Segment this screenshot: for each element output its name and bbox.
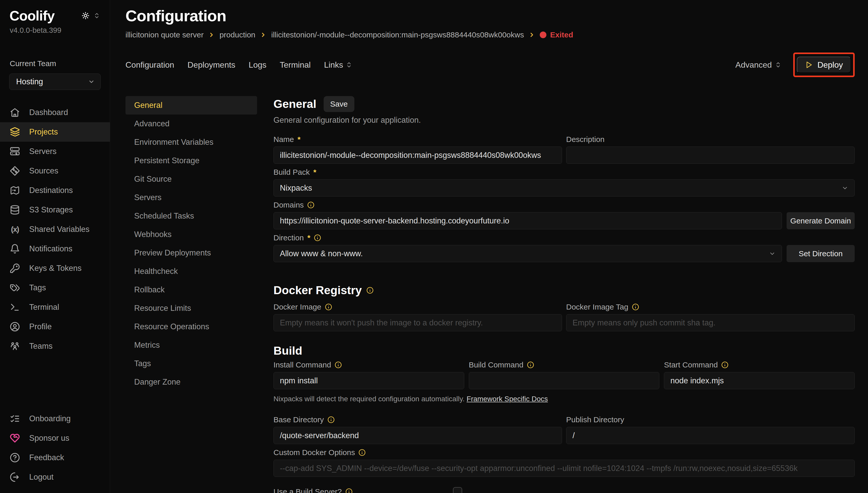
- sidebar-item-notifications[interactable]: Notifications: [0, 239, 110, 259]
- subnav-item-git-source[interactable]: Git Source: [125, 170, 257, 188]
- domains-input[interactable]: [273, 212, 782, 229]
- team-select-value: Hosting: [16, 77, 43, 86]
- sidebar-item-projects[interactable]: Projects: [0, 122, 110, 142]
- description-input[interactable]: [566, 147, 855, 164]
- framework-docs-link[interactable]: Framework Specific Docs: [466, 395, 548, 403]
- info-icon: [527, 361, 534, 368]
- play-icon: [805, 61, 813, 69]
- description-label: Description: [566, 134, 855, 144]
- subnav-item-webhooks[interactable]: Webhooks: [125, 225, 257, 244]
- build-pack-value: Nixpacks: [280, 184, 312, 193]
- tab-deployments[interactable]: Deployments: [187, 60, 235, 70]
- custom-docker-options-input[interactable]: [273, 460, 855, 477]
- sidebar-item-shared-variables[interactable]: (x) Shared Variables: [0, 220, 110, 239]
- sidebar-item-s3-storages[interactable]: S3 Storages: [0, 200, 110, 220]
- breadcrumb-environment[interactable]: production: [220, 30, 255, 39]
- start-command-input[interactable]: [664, 372, 855, 389]
- sidebar-item-profile[interactable]: Profile: [0, 317, 110, 337]
- sidebar-item-label: S3 Storages: [29, 205, 73, 214]
- theme-switcher[interactable]: [82, 12, 100, 20]
- sidebar-item-sponsor-us[interactable]: Sponsor us: [0, 428, 110, 448]
- publish-directory-input[interactable]: [566, 427, 855, 444]
- name-label: Name*: [273, 134, 562, 144]
- users-icon: [10, 341, 20, 351]
- breadcrumb-project[interactable]: illicitonion quote server: [125, 30, 204, 39]
- subnav-item-scheduled-tasks[interactable]: Scheduled Tasks: [125, 207, 257, 225]
- docker-image-tag-input[interactable]: [566, 314, 855, 331]
- variables-icon: (x): [10, 225, 20, 234]
- sidebar-item-feedback[interactable]: Feedback: [0, 448, 110, 467]
- sidebar-item-destinations[interactable]: Destinations: [0, 181, 110, 200]
- sidebar-item-label: Shared Variables: [29, 225, 90, 234]
- status-dot-icon: [540, 31, 546, 38]
- build-command-input[interactable]: [469, 372, 660, 389]
- team-select[interactable]: Hosting: [9, 73, 100, 90]
- breadcrumb: illicitonion quote server production ill…: [125, 30, 855, 39]
- subnav-item-resource-limits[interactable]: Resource Limits: [125, 299, 257, 318]
- subnav-item-general[interactable]: General: [125, 96, 257, 114]
- install-command-input[interactable]: [273, 372, 464, 389]
- subnav-item-healthcheck[interactable]: Healthcheck: [125, 262, 257, 281]
- info-icon: [721, 361, 728, 368]
- set-direction-button[interactable]: Set Direction: [786, 245, 855, 262]
- subnav-item-resource-operations[interactable]: Resource Operations: [125, 318, 257, 336]
- subnav-item-advanced[interactable]: Advanced: [125, 114, 257, 133]
- sidebar-item-onboarding[interactable]: Onboarding: [0, 409, 110, 428]
- info-icon: [359, 449, 366, 456]
- subnav-item-persistent-storage[interactable]: Persistent Storage: [125, 151, 257, 170]
- deploy-button[interactable]: Deploy: [797, 57, 851, 73]
- sidebar-item-logout[interactable]: Logout: [0, 467, 110, 487]
- breadcrumb-application[interactable]: illicitestonion/-module--decomposition:m…: [271, 30, 524, 39]
- general-subtitle: General configuration for your applicati…: [273, 115, 855, 125]
- direction-label: Direction*: [273, 233, 782, 243]
- help-icon: [10, 452, 20, 463]
- home-icon: [10, 107, 20, 117]
- app-logo: Coolify: [9, 8, 54, 24]
- required-mark: *: [307, 233, 310, 242]
- subnav-item-environment-variables[interactable]: Environment Variables: [125, 133, 257, 151]
- chevron-right-icon: [260, 31, 267, 38]
- direction-select[interactable]: Allow www & non-www.: [273, 245, 782, 262]
- base-directory-input[interactable]: [273, 427, 562, 444]
- subnav-item-danger-zone[interactable]: Danger Zone: [125, 373, 257, 391]
- subnav-item-servers[interactable]: Servers: [125, 188, 257, 207]
- info-icon: [345, 488, 352, 493]
- subnav-item-tags[interactable]: Tags: [125, 355, 257, 373]
- subnav-item-rollback[interactable]: Rollback: [125, 281, 257, 299]
- docker-image-input[interactable]: [273, 314, 562, 331]
- tabbar: Configuration Deployments Logs Terminal …: [125, 52, 855, 77]
- tab-links[interactable]: Links: [324, 60, 352, 70]
- sidebar-item-dashboard[interactable]: Dashboard: [0, 103, 110, 122]
- name-input[interactable]: [273, 147, 562, 164]
- sidebar-item-tags[interactable]: Tags: [0, 278, 110, 298]
- publish-directory-label: Publish Directory: [566, 415, 855, 425]
- app-version: v4.0.0-beta.399: [0, 26, 110, 35]
- tab-terminal[interactable]: Terminal: [280, 60, 311, 70]
- tab-logs[interactable]: Logs: [249, 60, 266, 70]
- status-badge: Exited: [540, 30, 573, 39]
- chevron-down-icon: [842, 185, 848, 191]
- generate-domain-button[interactable]: Generate Domain: [786, 212, 855, 229]
- sidebar-item-label: Terminal: [29, 303, 59, 312]
- deploy-button-wrap: Deploy: [793, 52, 855, 77]
- subnav-item-metrics[interactable]: Metrics: [125, 336, 257, 355]
- build-server-label: Use a Build Server?: [273, 487, 352, 493]
- sidebar-footer: Onboarding Sponsor us Feedback Logout: [0, 409, 110, 493]
- sidebar-item-teams[interactable]: Teams: [0, 337, 110, 356]
- sidebar-item-sources[interactable]: Sources: [0, 161, 110, 181]
- heart-icon: [10, 433, 20, 443]
- build-server-checkbox[interactable]: [453, 487, 462, 493]
- sidebar-item-keys-tokens[interactable]: Keys & Tokens: [0, 259, 110, 278]
- general-heading: General: [273, 98, 317, 111]
- main-area: Configuration illicitonion quote server …: [110, 0, 868, 493]
- subnav-item-preview-deployments[interactable]: Preview Deployments: [125, 244, 257, 262]
- advanced-dropdown[interactable]: Advanced: [735, 60, 781, 70]
- sidebar-item-label: Dashboard: [29, 108, 68, 117]
- tab-configuration[interactable]: Configuration: [125, 60, 174, 70]
- sidebar-item-servers[interactable]: Servers: [0, 142, 110, 161]
- key-icon: [10, 263, 20, 273]
- sidebar-item-terminal[interactable]: Terminal: [0, 298, 110, 317]
- build-pack-select[interactable]: Nixpacks: [273, 179, 855, 196]
- save-button[interactable]: Save: [324, 96, 355, 112]
- info-icon: [307, 201, 315, 209]
